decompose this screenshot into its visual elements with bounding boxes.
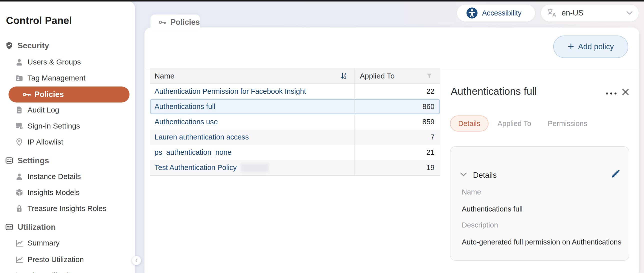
sidebar-section-label: Utilization <box>18 222 56 232</box>
edit-pencil-icon[interactable] <box>610 169 620 179</box>
policy-name-link[interactable]: Test Authentication Policy <box>154 164 237 172</box>
sidebar-item-audit-log[interactable]: Audit Log <box>0 104 135 116</box>
sidebar-section-security: Security <box>0 40 135 51</box>
table-row[interactable]: Lauren authentication access 7 <box>150 130 440 145</box>
filter-icon[interactable] <box>426 73 432 79</box>
lock-icon <box>16 205 23 212</box>
language-value: en-US <box>562 8 584 18</box>
sidebar-section-utilization: Utilization <box>0 222 135 232</box>
sidebar-item-label: Presto Utilization <box>28 255 84 264</box>
column-header-name[interactable]: Name AZ <box>150 68 354 84</box>
language-selector[interactable]: A en-US <box>541 4 639 22</box>
sidebar-item-label: Tag Management <box>28 74 86 82</box>
svg-text:Z: Z <box>344 76 346 79</box>
details-card: Details Name Authentications full Descri… <box>450 146 629 261</box>
applied-to-count: 860 <box>422 102 434 111</box>
sidebar-item-label: Hive Utilization <box>28 271 77 273</box>
policy-name-link[interactable]: Authentications use <box>154 118 218 126</box>
sidebar-section-settings: Settings <box>0 155 135 166</box>
tab-policies[interactable]: Policies <box>150 14 200 30</box>
sidebar: Control Panel Security Users & Groups Ta… <box>0 2 135 273</box>
sidebar-item-tag-management[interactable]: Tag Management <box>0 72 135 84</box>
line-chart-icon <box>16 239 23 247</box>
table-row[interactable]: Authentication Permission for Facebook I… <box>150 84 440 99</box>
sidebar-item-summary[interactable]: Summary <box>0 238 135 248</box>
sort-alpha-desc-icon[interactable]: AZ <box>341 73 348 79</box>
page-title: Control Panel <box>6 15 72 26</box>
folder-user-icon <box>16 74 23 82</box>
sidebar-section-label: Security <box>18 41 49 50</box>
svg-text:A: A <box>552 12 556 18</box>
sidebar-item-presto-utilization[interactable]: Presto Utilization <box>0 254 135 265</box>
sidebar-item-users-groups[interactable]: Users & Groups <box>0 56 135 68</box>
applied-to-count: 19 <box>426 164 434 172</box>
column-header-applied-to[interactable]: Applied To <box>354 68 440 84</box>
close-icon[interactable] <box>620 87 630 97</box>
policies-table: Name AZ Applied To Authentication Permis… <box>150 68 440 176</box>
table-row[interactable]: Authentications use 859 <box>150 114 440 130</box>
sidebar-collapse-button[interactable]: ‹ <box>132 256 141 265</box>
line-chart-icon <box>16 256 23 263</box>
detail-tab-permissions[interactable]: Permissions <box>548 116 587 132</box>
sidebar-item-treasure-insights-roles[interactable]: Treasure Insights Roles <box>0 203 135 214</box>
sidebar-item-label: Users & Groups <box>28 58 81 66</box>
field-label-description: Description <box>462 221 498 229</box>
sidebar-item-hive-utilization[interactable]: Hive Utilization <box>0 270 135 273</box>
monitor-gear-icon <box>16 122 23 130</box>
dot <box>610 92 612 94</box>
add-policy-button[interactable]: + Add policy <box>553 36 628 58</box>
detail-panel-title: Authentications full <box>451 86 537 97</box>
applied-to-count: 22 <box>426 87 434 96</box>
applied-to-count: 859 <box>422 118 434 126</box>
plus-icon: + <box>568 41 574 52</box>
sidebar-item-label: Policies <box>34 90 64 99</box>
document-icon <box>16 106 23 114</box>
key-icon <box>158 20 166 25</box>
sidebar-item-ip-allowlist[interactable]: IP IP Allowlist <box>0 136 135 148</box>
field-label-name: Name <box>462 188 481 196</box>
sidebar-item-instance-details[interactable]: Instance Details <box>0 171 135 182</box>
chevron-down-icon[interactable] <box>460 172 467 177</box>
pin-ip-icon: IP <box>16 138 23 146</box>
field-value-name: Authentications full <box>462 205 522 213</box>
table-row[interactable]: Test Authentication Policy 19 <box>150 160 440 175</box>
applied-to-count: 21 <box>426 148 434 156</box>
sidebar-item-label: IP Allowlist <box>28 138 63 146</box>
sidebar-item-policies[interactable]: Policies <box>8 86 130 102</box>
key-icon <box>22 92 31 98</box>
card-sliders-icon <box>6 223 13 231</box>
svg-text:A: A <box>344 73 346 76</box>
sidebar-item-signin-settings[interactable]: Sign-in Settings <box>0 120 135 132</box>
sidebar-item-label: Instance Details <box>28 172 81 181</box>
tab-label: Policies <box>170 18 200 27</box>
sidebar-item-label: Treasure Insights Roles <box>28 204 106 213</box>
sidebar-item-label: Insights Models <box>28 188 80 197</box>
policy-name-link[interactable]: ps_authentication_none <box>154 148 232 156</box>
sidebar-item-label: Summary <box>28 239 60 247</box>
details-card-header: Details <box>473 171 497 180</box>
detail-tab-applied-to[interactable]: Applied To <box>498 116 531 132</box>
dot <box>606 92 608 94</box>
svg-text:IP: IP <box>18 140 20 143</box>
card-sliders-icon <box>6 157 13 164</box>
translate-icon: A <box>547 8 557 18</box>
accessibility-label: Accessibility <box>482 9 522 17</box>
detail-tab-details[interactable]: Details <box>450 116 488 132</box>
cube-icon <box>16 189 23 196</box>
table-row[interactable]: ps_authentication_none 21 <box>150 145 440 160</box>
user-icon <box>16 173 23 180</box>
policy-name-link[interactable]: Authentication Permission for Facebook I… <box>154 87 306 96</box>
top-black-bar <box>0 0 644 2</box>
table-header-row: Name AZ Applied To <box>150 68 440 84</box>
policy-name-link[interactable]: Lauren authentication access <box>154 133 249 141</box>
chevron-down-icon <box>626 11 633 15</box>
line-chart-icon <box>16 272 23 273</box>
table-row-selected[interactable]: Authentications full 860 <box>150 99 440 114</box>
more-options-button[interactable] <box>604 88 619 98</box>
shield-check-icon <box>6 42 13 49</box>
accessibility-button[interactable]: Accessibility <box>457 4 535 22</box>
sidebar-item-insights-models[interactable]: Insights Models <box>0 187 135 198</box>
user-icon <box>16 58 23 66</box>
policy-name-link[interactable]: Authentications full <box>154 102 215 111</box>
dot <box>614 92 616 94</box>
